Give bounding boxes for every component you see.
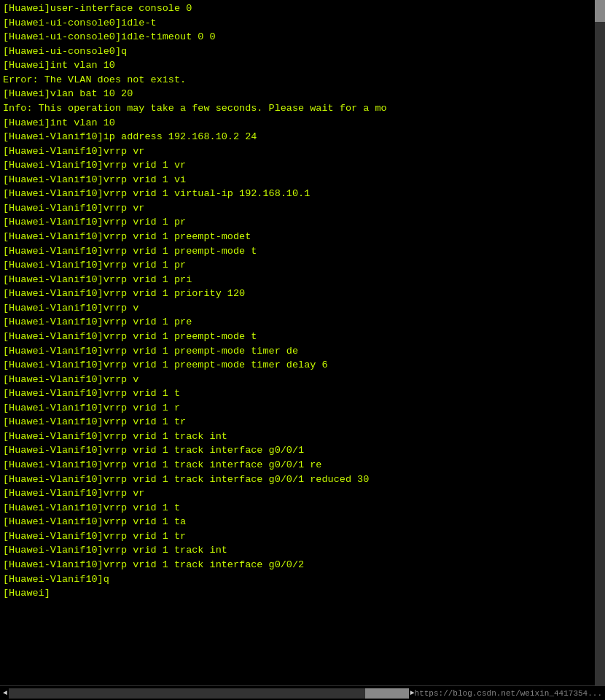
terminal-line: [Huawei]user-interface console 0 <box>3 1 602 16</box>
terminal-line: [Huawei]int vlan 10 <box>3 116 602 131</box>
terminal-line: [Huawei-Vlanif10]ip address 192.168.10.2… <box>3 130 602 144</box>
terminal-line: [Huawei-Vlanif10]vrrp vrid 1 pr <box>3 215 602 230</box>
terminal-line: [Huawei-ui-console0]idle-t <box>3 16 602 31</box>
terminal-line: [Huawei-Vlanif10]vrrp vrid 1 tr <box>3 415 602 429</box>
status-bar: ◄ ► https://blog.csdn.net/weixin_4417354… <box>0 685 605 700</box>
terminal-line: [Huawei-Vlanif10]vrrp vrid 1 pri <box>3 273 602 287</box>
terminal-line: [Huawei-Vlanif10]vrrp vrid 1 vr <box>3 158 602 173</box>
terminal-line: [Huawei-Vlanif10]vrrp vrid 1 track inter… <box>3 443 602 458</box>
terminal-line: [Huawei]int vlan 10 <box>3 58 602 73</box>
terminal-line: [Huawei-Vlanif10]vrrp vrid 1 track inter… <box>3 472 602 487</box>
terminal-line: [Huawei-Vlanif10]vrrp vrid 1 r <box>3 401 602 416</box>
terminal-line: [Huawei]vlan bat 10 20 <box>3 87 602 101</box>
terminal-line: [Huawei-Vlanif10]vrrp vrid 1 t <box>3 386 602 401</box>
terminal-line: [Huawei-ui-console0]idle-timeout 0 0 <box>3 30 602 44</box>
terminal-line: Error: The VLAN does not exist. <box>3 73 602 88</box>
terminal-line: [Huawei-Vlanif10]vrrp v <box>3 301 602 316</box>
bottom-scrollbar[interactable] <box>9 688 409 699</box>
terminal-line: [Huawei-Vlanif10]vrrp vr <box>3 201 602 216</box>
terminal-line: [Huawei] <box>3 586 602 601</box>
terminal-line: [Huawei-Vlanif10]vrrp vrid 1 track int <box>3 429 602 444</box>
terminal-content[interactable]: [Huawei]user-interface console 0[Huawei-… <box>0 0 605 685</box>
terminal-line: [Huawei-Vlanif10]vrrp vr <box>3 486 602 501</box>
url-label: https://blog.csdn.net/weixin_4417354... <box>415 689 602 698</box>
terminal-line: [Huawei-Vlanif10]vrrp vrid 1 pr <box>3 258 602 273</box>
terminal-line: Info: This operation may take a few seco… <box>3 101 602 116</box>
terminal-line: [Huawei-Vlanif10]vrrp vrid 1 vi <box>3 173 602 187</box>
terminal-line: [Huawei-Vlanif10]vrrp vrid 1 track int <box>3 543 602 558</box>
scroll-left-arrow[interactable]: ◄ <box>3 689 7 697</box>
bottom-scrollbar-thumb[interactable] <box>365 688 409 699</box>
terminal-line: [Huawei-Vlanif10]vrrp vrid 1 ta <box>3 515 602 529</box>
terminal-line: [Huawei-Vlanif10]vrrp vrid 1 virtual-ip … <box>3 187 602 201</box>
terminal-line: [Huawei-Vlanif10]vrrp vrid 1 pre <box>3 315 602 330</box>
terminal-line: [Huawei-Vlanif10]q <box>3 572 602 587</box>
terminal-line: [Huawei-Vlanif10]vrrp vrid 1 preempt-mod… <box>3 358 602 373</box>
terminal-line: [Huawei-Vlanif10]vrrp vrid 1 priority 12… <box>3 287 602 301</box>
terminal-window: [Huawei]user-interface console 0[Huawei-… <box>0 0 605 700</box>
terminal-line: [Huawei-Vlanif10]vrrp vrid 1 t <box>3 501 602 516</box>
terminal-line: [Huawei-ui-console0]q <box>3 44 602 59</box>
terminal-line: [Huawei-Vlanif10]vrrp vrid 1 preempt-mod… <box>3 344 602 359</box>
terminal-line: [Huawei-Vlanif10]vrrp v <box>3 373 602 387</box>
terminal-line: [Huawei-Vlanif10]vrrp vrid 1 tr <box>3 529 602 544</box>
scrollbar-thumb[interactable] <box>595 0 605 22</box>
terminal-line: [Huawei-Vlanif10]vrrp vrid 1 track inter… <box>3 458 602 472</box>
terminal-line: [Huawei-Vlanif10]vrrp vrid 1 preempt-mod… <box>3 330 602 344</box>
terminal-line: [Huawei-Vlanif10]vrrp vrid 1 preempt-mod… <box>3 230 602 244</box>
scrollbar-track[interactable] <box>595 0 605 685</box>
terminal-line: [Huawei-Vlanif10]vrrp vrid 1 track inter… <box>3 558 602 572</box>
terminal-line: [Huawei-Vlanif10]vrrp vr <box>3 144 602 159</box>
terminal-line: [Huawei-Vlanif10]vrrp vrid 1 preempt-mod… <box>3 244 602 259</box>
